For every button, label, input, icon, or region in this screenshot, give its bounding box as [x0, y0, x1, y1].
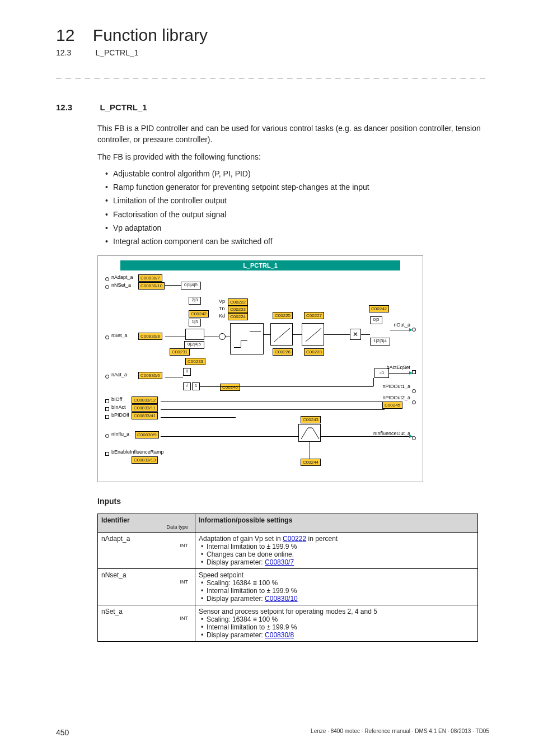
- signal-label: bPIDOff: [111, 412, 129, 418]
- param-chip: C00245: [382, 402, 402, 409]
- wire: [161, 409, 385, 410]
- param-chip: C00222: [228, 298, 248, 306]
- param-chip: C00830/8: [138, 333, 162, 340]
- signal-label: bInAct: [111, 404, 126, 410]
- list-item: Scaling: 16384 ≡ 100 %: [201, 579, 474, 587]
- port-icon: [105, 375, 109, 379]
- inputs-table: Identifier Data type Information/possibl…: [97, 514, 478, 642]
- param-chip: C00830/10: [138, 282, 165, 290]
- wire: [165, 337, 185, 337]
- signal-label: nPIDOut1_a: [382, 384, 410, 389]
- signal-label: bEnableInfluenceRamp: [111, 449, 164, 455]
- param-chip: C00833/11: [132, 404, 158, 412]
- wire: [204, 337, 219, 337]
- param-chip: C00226: [273, 348, 293, 356]
- section-title: L_PCTRL_1: [100, 102, 147, 112]
- wire: [310, 442, 310, 459]
- wire: [264, 334, 270, 335]
- mux-box: 1|2|3|4: [370, 338, 390, 346]
- info-list: Scaling: 16384 ≡ 100 % Internal limitati…: [201, 615, 474, 639]
- param-chip: C00833/41: [132, 412, 158, 419]
- separator-dashes: _ _ _ _ _ _ _ _ _ _ _ _ _ _ _ _ _ _ _ _ …: [56, 70, 489, 80]
- identifier-name: nAdapt_a: [101, 535, 130, 543]
- signal-label: nSet_a: [111, 333, 128, 338]
- mux-box: 1|3: [189, 319, 201, 326]
- identifier-name: nSet_a: [101, 608, 123, 615]
- intro-para-2: The FB is provided with the following fu…: [97, 151, 489, 162]
- table-row: nAdapt_a INT Adaptation of gain Vp set i…: [98, 532, 478, 568]
- pid-block: [230, 323, 264, 354]
- info-lead: Speed setpoint: [199, 571, 243, 579]
- wire: [361, 334, 370, 335]
- param-chip: C00246: [220, 384, 240, 391]
- wire: [165, 377, 183, 377]
- list-item: Internal limitation to ± 199.9 %: [201, 587, 474, 595]
- subsection-title: L_PCTRL_1: [95, 48, 138, 57]
- mux-box: 2|3: [189, 297, 201, 305]
- signal-label: nInflu_a: [111, 431, 129, 437]
- diagram-title: L_PCTRL_1: [120, 260, 400, 270]
- one-box: 1: [192, 382, 200, 390]
- table-row: nSet_a INT Sensor and process setpoint f…: [98, 605, 478, 641]
- mux-box: 0|1|4|5: [181, 282, 201, 290]
- section-body: This FB is a PID controller and can be u…: [97, 123, 489, 248]
- list-item: Factorisation of the output signal: [105, 209, 489, 220]
- mux-box: 0|5: [370, 316, 382, 324]
- signal-label: bActEqSet: [386, 365, 410, 370]
- param-chip: C00224: [228, 313, 248, 320]
- footer-metadata: Lenze · 8400 motec · Reference manual · …: [311, 728, 489, 734]
- param-chip: C00227: [304, 312, 324, 319]
- param-chip: C00242: [189, 310, 209, 318]
- info-list: Internal limitation to ± 199.9 % Changes…: [201, 543, 474, 566]
- section-number: 12.3: [56, 102, 97, 112]
- list-item: Display parameter: C00830/10: [201, 595, 474, 603]
- port-icon: [412, 370, 416, 374]
- wire: [161, 436, 298, 437]
- port-icon: [105, 434, 109, 438]
- table-row: nNset_a INT Speed setpoint Scaling: 1638…: [98, 568, 478, 605]
- signal-label: nAct_a: [111, 372, 127, 377]
- ramp-icon: [299, 424, 321, 442]
- param-chip: C00833/13: [132, 456, 158, 464]
- arrow-icon: [409, 371, 413, 375]
- param-chip: C00231: [170, 348, 190, 356]
- table-header-identifier: Identifier Data type: [98, 514, 195, 532]
- page-number: 450: [56, 728, 69, 737]
- list-item: Display parameter: C00830/7: [201, 558, 474, 566]
- param-link[interactable]: C00830/10: [265, 595, 298, 603]
- signal-label: nNSet_a: [111, 282, 131, 288]
- ramp-block: [298, 424, 321, 442]
- param-link[interactable]: C00830/8: [265, 631, 294, 639]
- intro-para-1: This FB is a PID controller and can be u…: [97, 123, 489, 146]
- identifier-name: nNset_a: [101, 571, 127, 579]
- info-lead: Adaptation of gain Vp set in: [199, 535, 283, 543]
- signal-label: nOut_a: [394, 322, 410, 328]
- param-chip: C00830/9: [135, 431, 159, 438]
- param-link[interactable]: C00222: [283, 535, 306, 543]
- wire: [321, 436, 413, 437]
- gain-label: Vp: [219, 298, 225, 304]
- wire: [161, 417, 236, 418]
- param-chip: C00242: [369, 305, 389, 312]
- info-lead: Sensor and process setpoint for operatin…: [199, 608, 377, 615]
- port-icon: [105, 415, 109, 419]
- ramp-block: [185, 329, 204, 340]
- list-item: Internal limitation to ± 199.9 %: [201, 543, 474, 550]
- chapter-title: Function library: [93, 26, 208, 45]
- param-chip: C00830/7: [138, 274, 162, 282]
- zero-box: 0: [183, 368, 191, 376]
- page-footer: 450 Lenze · 8400 motec · Reference manua…: [56, 728, 489, 737]
- svg-line-0: [274, 328, 290, 342]
- param-chip: C00225: [273, 312, 293, 319]
- list-item: Integral action component can be switche…: [105, 236, 489, 247]
- port-icon: [105, 407, 109, 411]
- limit-block: [302, 323, 324, 346]
- limit-icon: [302, 324, 325, 346]
- chapter-number: 12: [56, 26, 74, 45]
- param-link[interactable]: C00830/7: [265, 558, 294, 566]
- info-list: Scaling: 16384 ≡ 100 % Internal limitati…: [201, 579, 474, 603]
- gain-label: Tn: [219, 306, 225, 311]
- param-chip: C00223: [228, 306, 248, 313]
- subsection-number: 12.3: [56, 48, 93, 57]
- svg-line-1: [306, 328, 321, 342]
